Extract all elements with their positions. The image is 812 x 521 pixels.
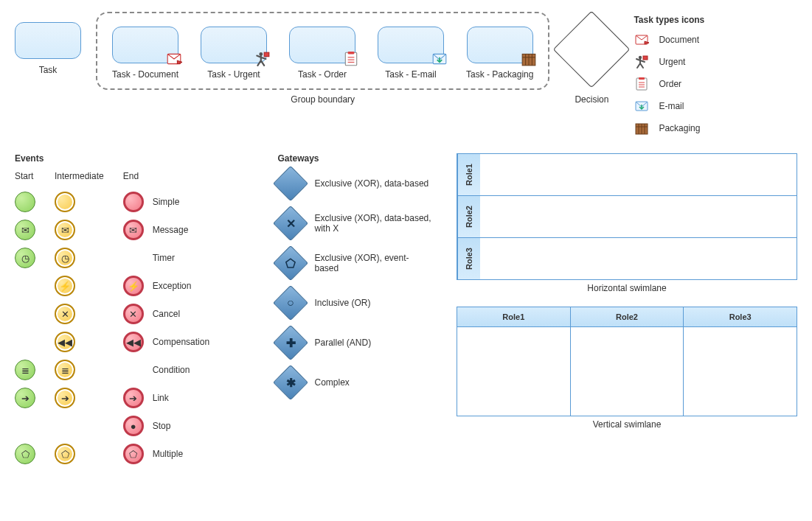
decision-label: Decision xyxy=(575,94,608,105)
gateway-diamond[interactable]: ○ xyxy=(272,285,308,321)
task-box[interactable] xyxy=(15,22,81,59)
task-type-order: Order xyxy=(634,77,744,91)
event-start-multiple[interactable]: ⬠ xyxy=(15,444,35,464)
gateway-5: ✱ Complex xyxy=(278,370,440,395)
task-type-label: Urgent xyxy=(659,57,685,67)
event-intermediate-cancel[interactable]: ✕ xyxy=(55,304,75,324)
event-end-simple[interactable] xyxy=(123,192,144,212)
hswim-body[interactable] xyxy=(480,196,797,237)
event-intermediate-link[interactable]: ➔ xyxy=(55,388,75,408)
task-urgent: Task - Urgent xyxy=(201,27,267,80)
hswim-role-header[interactable]: Role2 xyxy=(457,196,480,237)
gateway-diamond[interactable]: ✕ xyxy=(272,206,308,241)
task-type-document: Document xyxy=(634,32,744,47)
event-end-multiple[interactable]: ⬠ xyxy=(123,444,144,464)
order-icon xyxy=(634,77,649,91)
email-icon xyxy=(431,51,448,67)
event-row-compensation: ◀◀Compensation xyxy=(123,332,209,352)
task-type-label: Order xyxy=(659,79,681,89)
gateway-label: Inclusive (OR) xyxy=(315,298,371,308)
vswim-body[interactable] xyxy=(684,327,797,416)
task-document: Task - Document xyxy=(112,27,178,80)
gateway-diamond[interactable] xyxy=(272,166,308,201)
hswim-body[interactable] xyxy=(480,238,797,279)
event-end-exception[interactable]: ⚡ xyxy=(123,276,144,296)
horizontal-swimlane-caption: Horizontal swimlane xyxy=(457,283,797,293)
event-end-link[interactable]: ➔ xyxy=(123,388,144,408)
vswim-role-header[interactable]: Role1 xyxy=(457,307,571,327)
event-row-stop: ●Stop xyxy=(123,416,209,436)
gateway-0: Exclusive (XOR), data-based xyxy=(278,171,440,196)
group-boundary: Task - Document Task - Urgent Task - Ord… xyxy=(96,12,549,90)
task-box[interactable] xyxy=(378,27,444,63)
events-section: Events Start ✉◷≣➔⬠ Intermediate ✉◷⚡✕◀◀≣➔… xyxy=(15,153,260,464)
hswim-body[interactable] xyxy=(480,154,797,195)
event-end-stop[interactable]: ● xyxy=(123,416,144,436)
vertical-swimlane[interactable]: Role1Role2Role3 xyxy=(457,307,797,416)
event-row-condition: Condition xyxy=(123,360,209,380)
vswim-role-header[interactable]: Role2 xyxy=(571,307,684,327)
task-simple: Task xyxy=(15,22,81,75)
event-row-exception: ⚡Exception xyxy=(123,276,209,296)
event-intermediate-multiple[interactable]: ⬠ xyxy=(55,444,75,464)
hswim-role-header[interactable]: Role1 xyxy=(457,154,480,195)
vswim-body[interactable] xyxy=(571,327,684,416)
event-label: Timer xyxy=(153,253,175,263)
event-intermediate-simple[interactable] xyxy=(55,192,75,212)
task-box[interactable] xyxy=(112,27,178,63)
task-box[interactable] xyxy=(201,27,267,63)
hswim-role-header[interactable]: Role3 xyxy=(457,238,480,279)
gateway-diamond[interactable]: ✱ xyxy=(272,365,308,400)
event-row-message: ✉Message xyxy=(123,220,209,240)
hswim-row: Role2 xyxy=(457,196,797,238)
events-start-label: Start xyxy=(15,171,33,181)
hswim-row: Role3 xyxy=(457,238,797,279)
task-type-packaging: Packaging xyxy=(634,121,744,136)
gateway-3: ○ Inclusive (OR) xyxy=(278,290,440,315)
document-icon xyxy=(166,51,182,67)
event-end-message[interactable]: ✉ xyxy=(123,220,144,240)
task-label: Task - Document xyxy=(112,69,178,80)
event-label: Exception xyxy=(153,281,192,291)
horizontal-swimlane[interactable]: Role1Role2Role3 xyxy=(457,153,797,280)
task-type-email: E-mail xyxy=(634,99,744,113)
event-intermediate-exception[interactable]: ⚡ xyxy=(55,276,75,296)
task-label: Task - Order xyxy=(298,69,347,80)
packaging-icon xyxy=(521,51,537,67)
order-icon xyxy=(343,51,359,67)
task-types-legend: Task types icons Document Urgent Order E… xyxy=(634,15,744,136)
event-label: Stop xyxy=(153,421,171,431)
vertical-swimlane-caption: Vertical swimlane xyxy=(457,419,797,430)
gateway-diamond[interactable]: ✚ xyxy=(272,325,308,360)
event-start-link[interactable]: ➔ xyxy=(15,388,35,408)
packaging-icon xyxy=(634,121,649,136)
event-start-condition[interactable]: ≣ xyxy=(15,360,35,380)
event-end-compensation[interactable]: ◀◀ xyxy=(123,332,144,352)
event-intermediate-compensation[interactable]: ◀◀ xyxy=(55,332,75,352)
event-intermediate-timer[interactable]: ◷ xyxy=(55,248,75,268)
decision: Decision xyxy=(564,22,619,105)
vswim-role-header[interactable]: Role3 xyxy=(684,307,797,327)
gateway-diamond[interactable]: ⬠ xyxy=(272,245,308,281)
event-row-simple: Simple xyxy=(123,192,209,212)
event-start-timer[interactable]: ◷ xyxy=(15,248,35,268)
task-box[interactable] xyxy=(467,27,533,63)
task-type-urgent: Urgent xyxy=(634,55,744,69)
event-label: Simple xyxy=(153,197,180,207)
event-intermediate-condition[interactable]: ≣ xyxy=(55,360,75,380)
gateway-1: ✕ Exclusive (XOR), data-based, with X xyxy=(278,211,440,236)
urgent-icon xyxy=(634,55,649,69)
task-order: Task - Order xyxy=(289,27,355,80)
task-box[interactable] xyxy=(289,27,355,63)
decision-diamond[interactable] xyxy=(553,11,631,88)
event-intermediate-message[interactable]: ✉ xyxy=(55,220,75,240)
vswim-body[interactable] xyxy=(457,327,571,416)
email-icon xyxy=(634,99,649,113)
gateway-2: ⬠ Exclusive (XOR), event-based xyxy=(278,251,440,276)
event-start-message[interactable]: ✉ xyxy=(15,220,35,240)
event-start-simple[interactable] xyxy=(15,192,35,212)
event-end-cancel[interactable]: ✕ xyxy=(123,304,144,324)
task-label: Task - Packaging xyxy=(466,69,533,80)
task-packaging: Task - Packaging xyxy=(466,27,533,80)
task-type-label: Document xyxy=(659,35,699,45)
